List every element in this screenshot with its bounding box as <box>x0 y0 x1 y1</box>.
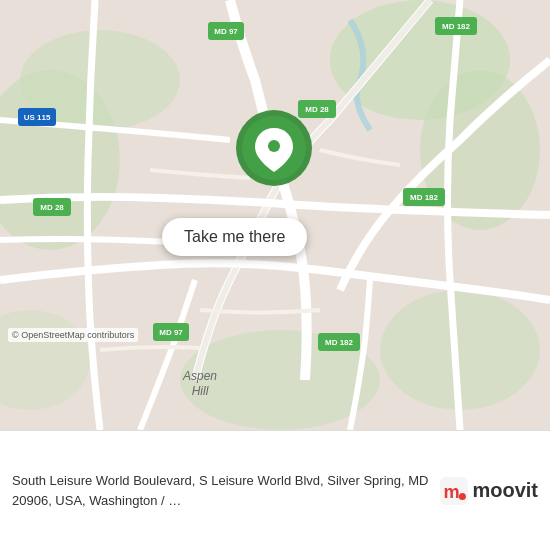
svg-text:Aspen: Aspen <box>182 369 217 383</box>
map-area[interactable]: MD 97 MD 182 MD 28 MD 182 MD 28 MD 97 MD… <box>0 0 550 430</box>
svg-text:Hill: Hill <box>192 384 209 398</box>
svg-text:US 115: US 115 <box>24 113 51 122</box>
svg-text:MD 97: MD 97 <box>159 328 183 337</box>
svg-text:MD 182: MD 182 <box>410 193 439 202</box>
svg-text:MD 97: MD 97 <box>214 27 238 36</box>
address-text: South Leisure World Boulevard, S Leisure… <box>12 471 430 510</box>
svg-text:MD 28: MD 28 <box>305 105 329 114</box>
bottom-bar: South Leisure World Boulevard, S Leisure… <box>0 430 550 550</box>
svg-text:MD 28: MD 28 <box>40 203 64 212</box>
svg-text:MD 182: MD 182 <box>325 338 354 347</box>
svg-point-28 <box>268 140 280 152</box>
map-svg: MD 97 MD 182 MD 28 MD 182 MD 28 MD 97 MD… <box>0 0 550 430</box>
svg-point-31 <box>459 493 466 500</box>
osm-credit: © OpenStreetMap contributors <box>8 328 138 342</box>
svg-text:m: m <box>444 482 460 502</box>
take-me-there-button[interactable]: Take me there <box>162 218 307 256</box>
moovit-logo-text: moovit <box>472 479 538 502</box>
moovit-icon: m <box>440 477 468 505</box>
moovit-logo[interactable]: m moovit <box>440 477 538 505</box>
svg-text:MD 182: MD 182 <box>442 22 471 31</box>
